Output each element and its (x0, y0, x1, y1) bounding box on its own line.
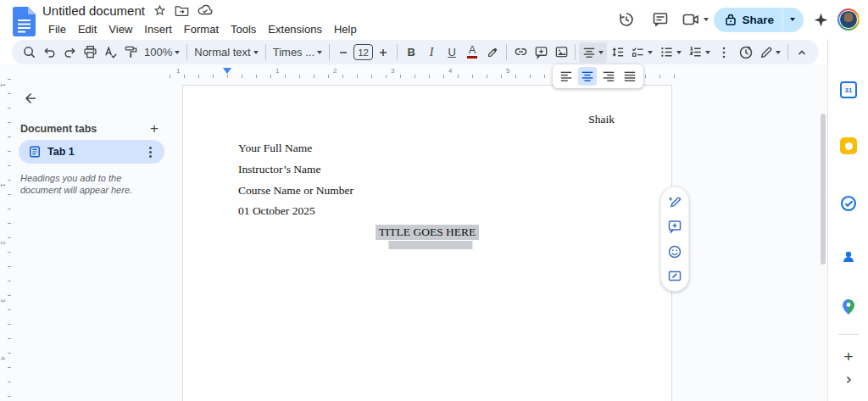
hide-side-panel-button[interactable] (828, 375, 868, 385)
numbered-list-button[interactable] (685, 42, 714, 63)
calendar-day: 31 (845, 86, 853, 94)
add-comment-icon[interactable] (664, 215, 686, 237)
star-icon[interactable] (153, 4, 166, 17)
redo-button[interactable] (59, 42, 80, 63)
maps-app-icon[interactable] (828, 298, 868, 315)
decrease-font-size-button[interactable] (333, 42, 353, 63)
styles-caret-icon (253, 51, 259, 54)
emoji-reaction-icon[interactable] (664, 241, 686, 263)
doc-line[interactable]: Your Full Name (238, 142, 312, 155)
calendar-app-icon[interactable]: 31 (828, 81, 868, 98)
ruler-number: 4 (448, 67, 452, 75)
get-addons-button[interactable]: + (828, 348, 868, 366)
spell-check-button[interactable] (100, 42, 120, 63)
highlight-color-button[interactable] (482, 42, 503, 63)
tab-item-tab1[interactable]: Tab 1 (19, 140, 164, 164)
video-camera-icon (680, 5, 702, 34)
meet-caret-icon (704, 18, 709, 21)
doc-title-line[interactable]: TITLE GOES HERE (183, 224, 671, 240)
toolbar-divider (186, 44, 187, 60)
menu-tools[interactable]: Tools (225, 22, 262, 36)
styles-value: Normal text (194, 46, 250, 58)
insert-link-button[interactable] (510, 42, 531, 63)
font-size-input[interactable]: 12 (353, 44, 373, 60)
cloud-saved-icon[interactable] (198, 4, 213, 16)
doc-line[interactable]: Course Name or Number (238, 184, 353, 198)
share-button[interactable]: Share (714, 8, 782, 32)
insert-image-button[interactable] (551, 42, 571, 63)
align-center-option[interactable] (578, 67, 597, 86)
ruler-number: 3 (391, 67, 394, 75)
menu-help[interactable]: Help (328, 22, 363, 36)
menu-insert[interactable]: Insert (138, 22, 178, 36)
document-page[interactable]: Shaik Your Full Name Instructor’s Name C… (182, 85, 672, 401)
doc-line[interactable]: 01 October 2025 (238, 204, 315, 218)
align-left-option[interactable] (557, 67, 576, 86)
text-color-button[interactable]: A (462, 42, 482, 63)
doc-line[interactable]: Instructor’s Name (238, 163, 321, 176)
proofread-button[interactable] (736, 42, 756, 63)
checklist-button[interactable] (627, 42, 656, 63)
vertical-ruler[interactable]: 1 1 2 3 4 (0, 79, 12, 401)
selected-title-text[interactable]: TITLE GOES HERE (376, 225, 480, 240)
align-right-option[interactable] (599, 67, 618, 86)
paint-format-button[interactable] (120, 42, 141, 63)
toolbar-divider (397, 44, 398, 60)
align-justify-option[interactable] (620, 67, 639, 86)
editing-mode-button[interactable] (756, 42, 784, 63)
underline-button[interactable]: U (442, 42, 462, 63)
font-caret-icon (317, 51, 322, 54)
account-avatar[interactable] (837, 8, 860, 31)
version-history-icon[interactable] (612, 5, 641, 34)
share-caret-button[interactable] (783, 8, 804, 32)
suggest-edits-icon[interactable] (664, 265, 686, 287)
ruler-number: 1 (0, 83, 7, 86)
lock-icon (726, 14, 736, 25)
comments-icon[interactable] (646, 5, 675, 34)
ruler-number: 1 (275, 67, 279, 75)
undo-button[interactable] (39, 42, 59, 63)
vertical-scrollbar[interactable] (821, 114, 826, 265)
help-me-write-icon[interactable] (664, 191, 686, 213)
share-label: Share (742, 14, 774, 26)
font-select[interactable]: Times ... (270, 42, 326, 63)
print-button[interactable] (80, 42, 100, 63)
ruler-number: 5 (506, 67, 509, 75)
italic-button[interactable]: I (421, 42, 442, 63)
add-tab-button[interactable]: + (144, 119, 164, 139)
search-menus-button[interactable] (19, 42, 39, 63)
toolbar-divider (787, 44, 788, 60)
menu-format[interactable]: Format (178, 22, 225, 36)
document-title[interactable]: Untitled document (42, 3, 145, 18)
page-header-text[interactable]: Shaik (588, 113, 615, 126)
menu-extensions[interactable]: Extensions (262, 22, 328, 36)
menu-file[interactable]: File (42, 22, 72, 36)
keep-app-icon[interactable] (828, 137, 868, 154)
meet-call-button[interactable] (680, 5, 709, 34)
hide-menus-button[interactable] (792, 42, 812, 63)
tab-options-icon[interactable] (142, 147, 158, 158)
menu-view[interactable]: View (103, 22, 138, 36)
ruler-number: 3 (0, 298, 7, 302)
keep-bulb-icon (845, 142, 853, 150)
add-comment-button[interactable] (531, 42, 551, 63)
contacts-app-icon[interactable] (828, 249, 868, 265)
increase-font-size-button[interactable] (373, 42, 393, 63)
docs-logo-icon[interactable] (13, 7, 36, 36)
editing-mode-caret-icon (776, 51, 781, 54)
paragraph-styles-select[interactable]: Normal text (191, 42, 261, 63)
close-tabs-panel-button[interactable] (19, 86, 42, 110)
bold-button[interactable]: B (401, 42, 421, 63)
zoom-select[interactable]: 100% (141, 42, 183, 63)
more-options-button[interactable] (714, 42, 734, 63)
ruler-ticks (8, 79, 11, 401)
bulleted-list-button[interactable] (656, 42, 685, 63)
indent-marker[interactable] (223, 68, 231, 74)
line-spacing-button[interactable] (607, 42, 627, 63)
gemini-sparkle-icon[interactable] (809, 5, 832, 34)
toolbar-divider (506, 44, 507, 60)
move-folder-icon[interactable] (175, 4, 189, 17)
menu-edit[interactable]: Edit (72, 22, 103, 36)
align-button[interactable] (579, 42, 607, 63)
tasks-app-icon[interactable] (828, 195, 868, 212)
